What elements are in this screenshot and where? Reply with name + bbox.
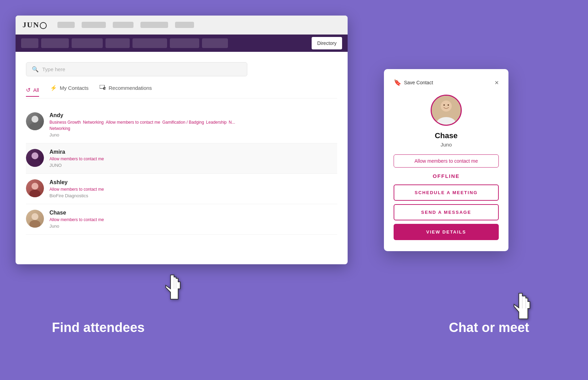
content-area: 🔍 Type here ↺ All ⚡ My Contacts	[16, 52, 348, 235]
cursor-hand-find	[161, 272, 185, 307]
nav-item-5[interactable]	[132, 38, 167, 48]
tag-networking1: Networking	[83, 120, 104, 125]
nav-pill-3	[113, 22, 134, 28]
tab-my-contacts-icon: ⚡	[50, 85, 57, 91]
browser-topbar: JUN	[16, 16, 348, 35]
contact-list: Andy Business Growth Networking Allow me…	[26, 107, 337, 235]
svg-point-5	[29, 123, 40, 130]
contact-company-ashley: BioFire Diagnostics	[49, 193, 337, 198]
label-find-attendees: Find attendees	[52, 320, 145, 335]
svg-rect-3	[105, 88, 105, 89]
panel-avatar-inner	[432, 96, 461, 125]
tag-allow-contact-andy: Allow members to contact me	[106, 120, 160, 125]
panel-avatar-wrap	[394, 95, 499, 126]
contact-info-andy: Andy Business Growth Networking Allow me…	[49, 112, 337, 137]
tab-all[interactable]: ↺ All	[26, 87, 39, 97]
contact-tags-andy: Business Growth Networking Allow members…	[49, 120, 337, 125]
contact-avatar-andy	[26, 112, 44, 130]
panel-company: Juno	[394, 142, 499, 148]
offline-status: OFFLINE	[394, 173, 499, 179]
contact-company-andy: Juno	[49, 132, 337, 137]
contact-name-andy: Andy	[49, 112, 337, 118]
contact-item-chase[interactable]: Chase Allow members to contact me Juno	[26, 204, 337, 235]
svg-point-7	[29, 159, 40, 167]
svg-point-16	[443, 104, 445, 106]
contact-name-chase: Chase	[49, 210, 337, 216]
nav-pill-4	[140, 22, 168, 28]
svg-point-4	[31, 116, 38, 123]
nav-pill-2	[82, 22, 106, 28]
tab-all-label: All	[33, 87, 39, 93]
tag-networking2: Networking	[49, 126, 70, 131]
tab-all-icon: ↺	[26, 87, 30, 93]
filter-tabs: ↺ All ⚡ My Contacts Recommendations	[26, 85, 337, 98]
contact-avatar-chase	[26, 210, 44, 228]
search-icon: 🔍	[32, 66, 39, 73]
svg-point-11	[29, 220, 40, 228]
svg-point-10	[31, 213, 38, 220]
panel-name: Chase	[394, 131, 499, 140]
tab-my-contacts-label: My Contacts	[60, 85, 89, 91]
juno-logo: JUN	[22, 20, 47, 29]
tag-allow-contact-ashley: Allow members to contact me	[49, 187, 104, 192]
nav-item-4[interactable]	[105, 38, 130, 48]
nav-pill-1	[57, 22, 75, 28]
save-contact-button[interactable]: 🔖 Save Contact	[394, 79, 433, 86]
allow-contact-tag: Allow members to contact me	[394, 154, 499, 168]
contact-avatar-ashley	[26, 179, 44, 197]
tag-allow-contact-amira: Allow members to contact me	[49, 156, 104, 161]
contact-tags-ashley: Allow members to contact me	[49, 187, 337, 192]
tab-recommendations[interactable]: Recommendations	[100, 85, 152, 94]
tab-recommendations-icon	[100, 85, 106, 91]
tag-leadership: Leadership	[206, 120, 227, 125]
nav-item-7[interactable]	[202, 38, 228, 48]
search-bar[interactable]: 🔍 Type here	[26, 62, 247, 76]
contact-item-amira[interactable]: Amira Allow members to contact me JUNO	[26, 143, 337, 174]
contact-name-amira: Amira	[49, 149, 337, 155]
tag-gamification: Gamification / Badging	[162, 120, 204, 125]
close-button[interactable]: ×	[495, 79, 499, 86]
contact-item-ashley[interactable]: Ashley Allow members to contact me BioFi…	[26, 174, 337, 204]
contact-panel: 🔖 Save Contact ×	[384, 69, 508, 251]
bookmark-icon: 🔖	[394, 79, 401, 86]
nav-bar: Directory	[16, 35, 348, 52]
nav-item-2[interactable]	[41, 38, 69, 48]
svg-point-8	[31, 183, 38, 190]
view-details-button[interactable]: VIEW DETAILS	[394, 224, 499, 240]
nav-item-directory[interactable]: Directory	[312, 37, 342, 49]
nav-item-3[interactable]	[72, 38, 103, 48]
svg-point-6	[31, 152, 38, 159]
tab-recommendations-label: Recommendations	[109, 85, 152, 91]
browser-window: JUN Directory 🔍 Type here ↺ All	[16, 16, 348, 264]
tag-business-growth: Business Growth	[49, 120, 81, 125]
contact-name-ashley: Ashley	[49, 179, 337, 186]
cursor-hand-chat	[508, 291, 536, 326]
contact-avatar-amira	[26, 149, 44, 167]
panel-avatar	[431, 95, 462, 126]
contact-info-amira: Amira Allow members to contact me JUNO	[49, 149, 337, 168]
svg-point-9	[29, 190, 40, 197]
contact-info-ashley: Ashley Allow members to contact me BioFi…	[49, 179, 337, 198]
contact-info-chase: Chase Allow members to contact me Juno	[49, 210, 337, 229]
send-message-button[interactable]: SEND A MESSAGE	[394, 204, 499, 220]
tab-my-contacts[interactable]: ⚡ My Contacts	[50, 85, 89, 94]
svg-point-13	[441, 101, 452, 112]
contact-tags-amira: Allow members to contact me	[49, 156, 337, 161]
contact-tags-andy-2: Networking	[49, 126, 337, 131]
save-contact-label: Save Contact	[404, 80, 433, 85]
contact-company-amira: JUNO	[49, 163, 337, 168]
tag-n-more: N...	[229, 120, 235, 125]
search-input-placeholder: Type here	[42, 66, 65, 72]
nav-item-6[interactable]	[170, 38, 199, 48]
contact-tags-chase: Allow members to contact me	[49, 217, 337, 222]
panel-header: 🔖 Save Contact ×	[394, 79, 499, 86]
tag-allow-contact-chase: Allow members to contact me	[49, 217, 104, 222]
contact-item-andy[interactable]: Andy Business Growth Networking Allow me…	[26, 107, 337, 143]
contact-company-chase: Juno	[49, 224, 337, 229]
schedule-meeting-button[interactable]: SCHEDULE A MEETING	[394, 184, 499, 201]
nav-pill-5	[175, 22, 194, 28]
svg-point-17	[448, 104, 449, 106]
nav-item-1[interactable]	[21, 38, 38, 48]
